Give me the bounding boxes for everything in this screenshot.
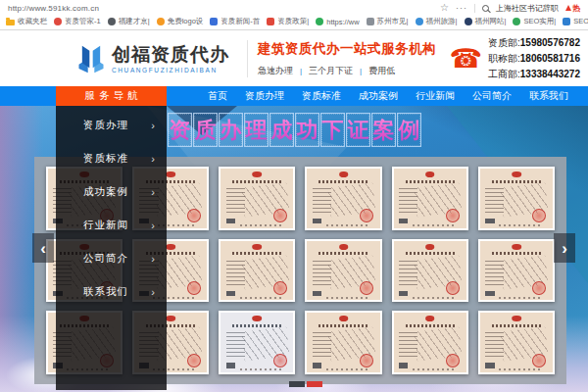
- bookmark-item[interactable]: https://ww: [316, 18, 359, 26]
- certificate-thumb[interactable]: [219, 239, 295, 303]
- bookmark-item[interactable]: 资质新闻-首: [210, 17, 260, 26]
- menu-item-资质办理[interactable]: 资质办理›: [56, 109, 167, 142]
- menu-dots-icon[interactable]: ···: [456, 5, 467, 11]
- carousel-prev-button[interactable]: ‹: [32, 233, 54, 263]
- contact-block: ☎ 资质部:15980576782职称部:18060581716工商部:1333…: [449, 35, 580, 81]
- certificate-thumb[interactable]: [305, 311, 381, 374]
- bookmark-label: 资质政策|: [277, 17, 309, 26]
- site-logo-text[interactable]: 创福资质代办 CHUANGFUZIZHIDAIBAN: [112, 44, 241, 74]
- nav-item-行业新闻[interactable]: 行业新闻: [416, 89, 455, 103]
- menu-item-公司简介[interactable]: 公司简介›: [56, 242, 167, 275]
- site-title: 创福资质代办: [112, 44, 241, 65]
- phone-row: 职称部:18060581716: [488, 51, 580, 66]
- submenu-arrow-icon: ›: [151, 186, 155, 198]
- certificate-thumb[interactable]: [392, 239, 468, 303]
- cert-seal: [360, 209, 373, 222]
- bookmark-item[interactable]: 福州网站|: [465, 17, 507, 26]
- bookmark-icon: [465, 18, 472, 25]
- certificate-thumb[interactable]: [478, 239, 555, 303]
- hot-badge[interactable]: 热: [565, 3, 580, 14]
- title-char: 证: [346, 113, 370, 147]
- bookmark-item[interactable]: SEO实用|: [513, 17, 556, 26]
- cert-seal: [446, 209, 460, 222]
- carousel-next-button[interactable]: ›: [554, 233, 575, 263]
- certificate-thumb[interactable]: [392, 311, 468, 374]
- cert-emblem: [166, 316, 175, 321]
- bookmark-star-icon[interactable]: ☆: [440, 3, 449, 13]
- trending-search-text[interactable]: 上海社区书记辞职: [496, 3, 559, 14]
- nav-item-成功案例[interactable]: 成功案例: [359, 89, 398, 103]
- cert-bline: [240, 224, 284, 226]
- certificate-thumb[interactable]: [478, 167, 555, 230]
- title-char: 案: [371, 113, 396, 147]
- bookmark-item[interactable]: 福州旅游|: [416, 17, 458, 26]
- phone-label: 资质部:: [488, 37, 520, 48]
- flame-icon: [565, 5, 571, 11]
- submenu-arrow-icon: ›: [151, 120, 155, 131]
- certificate-thumb[interactable]: [478, 311, 555, 374]
- cert-bline: [499, 297, 543, 299]
- menu-item-成功案例[interactable]: 成功案例›: [56, 175, 167, 209]
- cert-bline: [326, 224, 370, 226]
- url-text[interactable]: http://www.591kk.com.cn: [8, 4, 99, 13]
- divider: [247, 40, 248, 77]
- cert-ctitle: [318, 252, 368, 255]
- url-bar[interactable]: http://www.591kk.com.cn ☆ ··· 上海社区书记辞职 热: [0, 0, 588, 14]
- menu-item-资质标准[interactable]: 资质标准›: [56, 142, 167, 175]
- service-nav-button[interactable]: 服务导航: [56, 86, 167, 106]
- cert-mini: [226, 291, 236, 296]
- bookmark-item[interactable]: SEO代理|: [563, 17, 588, 26]
- pagination-bar-active[interactable]: [307, 381, 322, 387]
- nav-item-公司简介[interactable]: 公司简介: [472, 89, 512, 103]
- cert-bline: [413, 297, 457, 299]
- cert-mini: [399, 219, 409, 223]
- pagination-bar-inactive[interactable]: [289, 381, 305, 387]
- certificate-thumb[interactable]: [305, 167, 381, 230]
- bookmark-item[interactable]: 免费logo设: [157, 17, 204, 26]
- certificate-thumb[interactable]: [305, 239, 381, 303]
- nav-item-资质标准[interactable]: 资质标准: [302, 89, 341, 103]
- bookmark-item[interactable]: 福建才京|: [108, 17, 150, 26]
- cert-mini: [485, 219, 495, 223]
- bookmarks-bar[interactable]: 收藏夹栏资质管家-1福建才京|免费logo设资质新闻-首资质政策|https:/…: [0, 14, 588, 29]
- cert-seal: [187, 209, 201, 222]
- bookmark-label: 收藏夹栏: [18, 17, 47, 26]
- title-char: 功: [295, 113, 319, 147]
- title-char: 资: [168, 113, 192, 147]
- slogan-point: 三个月下证: [309, 65, 353, 77]
- cert-seal: [360, 281, 373, 295]
- cert-bline: [240, 368, 284, 370]
- cert-emblem: [425, 172, 435, 177]
- cert-ctitle: [318, 324, 368, 327]
- bookmark-icon: [416, 18, 423, 25]
- cert-bline: [413, 368, 457, 370]
- search-icon[interactable]: [482, 5, 489, 12]
- bookmark-item[interactable]: 收藏夹栏: [6, 17, 47, 26]
- title-char: 例: [397, 113, 421, 147]
- slogan-main: 建筑资质代办一站式服务机构: [258, 40, 436, 58]
- slogan-points: 急速办理|三个月下证|费用低: [258, 65, 436, 77]
- slogan-block: 建筑资质代办一站式服务机构 急速办理|三个月下证|费用低: [258, 40, 436, 77]
- menu-item-label: 联系我们: [83, 285, 128, 299]
- menu-item-行业新闻[interactable]: 行业新闻›: [56, 209, 167, 242]
- cert-bline: [326, 297, 370, 299]
- cert-seal: [187, 281, 201, 295]
- bookmark-item[interactable]: 资质管家-1: [54, 17, 101, 26]
- cert-ctitle: [232, 324, 281, 327]
- nav-item-首页[interactable]: 首页: [208, 89, 227, 103]
- bookmark-label: 资质管家-1: [65, 17, 101, 26]
- certificate-thumb[interactable]: [219, 167, 295, 230]
- bookmark-icon: [157, 18, 165, 25]
- nav-item-联系我们[interactable]: 联系我们: [529, 89, 568, 103]
- certificate-thumb[interactable]: [219, 311, 295, 374]
- certificate-thumb[interactable]: [392, 167, 468, 230]
- bookmark-icon: [563, 18, 570, 25]
- nav-item-资质办理[interactable]: 资质办理: [245, 89, 284, 103]
- bookmark-item[interactable]: 资质政策|: [267, 17, 309, 26]
- bookmark-label: https://ww: [326, 18, 359, 26]
- bookmark-item[interactable]: 苏州市见|: [367, 17, 409, 26]
- bookmark-label: 资质新闻-首: [220, 17, 260, 26]
- cert-bline: [240, 297, 284, 299]
- menu-item-联系我们[interactable]: 联系我们›: [56, 275, 167, 309]
- carousel-pagination: [289, 381, 322, 387]
